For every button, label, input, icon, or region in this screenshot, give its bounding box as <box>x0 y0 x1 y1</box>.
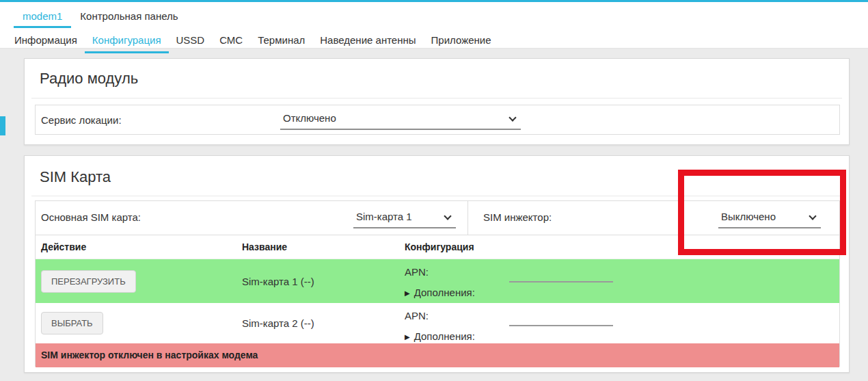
sim-selects-row: Основная SIM карта: Sim-карта 1 SIM инже… <box>36 201 839 235</box>
extras-expander[interactable]: ▶Дополнения: <box>405 330 475 342</box>
header-configuration: Конфигурация <box>405 235 839 259</box>
apn-input[interactable] <box>509 313 613 326</box>
primary-sim-value: Sim-карта 1 <box>353 208 456 226</box>
page-header: modem1 Контрольная панель Информация Кон… <box>0 2 868 49</box>
tab-application[interactable]: Приложение <box>424 30 499 53</box>
triangle-right-icon: ▶ <box>405 333 410 341</box>
extras-expander[interactable]: ▶Дополнения: <box>405 287 475 298</box>
location-service-row: Сервис локации: Отключено <box>35 105 840 135</box>
radio-module-title: Радио модуль <box>40 70 138 88</box>
nav-tabs: Информация Конфигурация USSD СМС Термина… <box>7 30 499 53</box>
table-row: ВЫБРАТЬ Sim-карта 2 (--) APN: ▶Дополнени… <box>36 303 839 343</box>
sim-name: Sim-карта 1 (--) <box>242 276 405 287</box>
tab-terminal[interactable]: Терминал <box>250 30 312 53</box>
left-edge-handle[interactable] <box>0 116 5 135</box>
location-service-select[interactable]: Отключено <box>280 109 521 130</box>
breadcrumb-tab-control-panel[interactable]: Контрольная панель <box>71 5 187 28</box>
apn-label: APN: <box>405 266 429 278</box>
sim-name: Sim-карта 2 (--) <box>242 317 405 329</box>
divider <box>31 98 842 98</box>
tab-sms[interactable]: СМС <box>212 30 250 53</box>
location-service-label: Сервис локации: <box>41 105 122 135</box>
primary-sim-label: Основная SIM карта: <box>41 201 141 234</box>
select-sim-button[interactable]: ВЫБРАТЬ <box>41 312 103 334</box>
reboot-button[interactable]: ПЕРЕЗАГРУЗИТЬ <box>41 270 136 293</box>
sim-injector-label: SIM инжектор: <box>483 201 552 234</box>
table-header-row: Действие Название Конфигурация <box>36 235 839 259</box>
header-action: Действие <box>36 241 242 252</box>
config-cell: APN: ▶Дополнения: <box>405 259 839 303</box>
breadcrumb-tab-modem1[interactable]: modem1 <box>14 5 71 28</box>
sim-injector-select[interactable]: Выключено <box>718 208 821 228</box>
table-row: ПЕРЕЗАГРУЗИТЬ Sim-карта 1 (--) APN: ▶Доп… <box>36 259 839 303</box>
primary-sim-cell: Основная SIM карта: Sim-карта 1 <box>36 201 468 235</box>
divider <box>31 196 842 196</box>
extras-label: Дополнения: <box>414 330 475 342</box>
extras-label: Дополнения: <box>414 287 475 298</box>
primary-sim-select[interactable]: Sim-карта 1 <box>353 208 456 228</box>
header-name: Название <box>242 241 405 252</box>
sim-injector-alert: SIM инжектор отключен в настройках модем… <box>36 343 839 367</box>
sim-card-panel: Основная SIM карта: Sim-карта 1 SIM инже… <box>35 200 840 367</box>
apn-label: APN: <box>405 310 429 321</box>
apn-input[interactable] <box>509 269 613 283</box>
location-service-value: Отключено <box>280 109 521 127</box>
config-cell: APN: ▶Дополнения: <box>405 303 839 343</box>
sim-card-title: SIM Карта <box>40 168 111 186</box>
tab-information[interactable]: Информация <box>7 30 85 53</box>
action-cell: ПЕРЕЗАГРУЗИТЬ <box>36 270 242 293</box>
action-cell: ВЫБРАТЬ <box>36 312 242 334</box>
radio-module-card: Радио модуль Сервис локации: Отключено <box>24 58 850 145</box>
sim-injector-cell: SIM инжектор: Выключено <box>468 201 839 235</box>
breadcrumb: modem1 Контрольная панель <box>14 5 187 28</box>
sim-card-card: SIM Карта Основная SIM карта: Sim-карта … <box>24 155 850 373</box>
sim-injector-value: Выключено <box>718 208 821 226</box>
tab-antenna-pointing[interactable]: Наведение антенны <box>312 30 423 53</box>
tab-ussd[interactable]: USSD <box>169 30 213 53</box>
tab-configuration[interactable]: Конфигурация <box>85 30 169 53</box>
triangle-right-icon: ▶ <box>405 289 410 297</box>
